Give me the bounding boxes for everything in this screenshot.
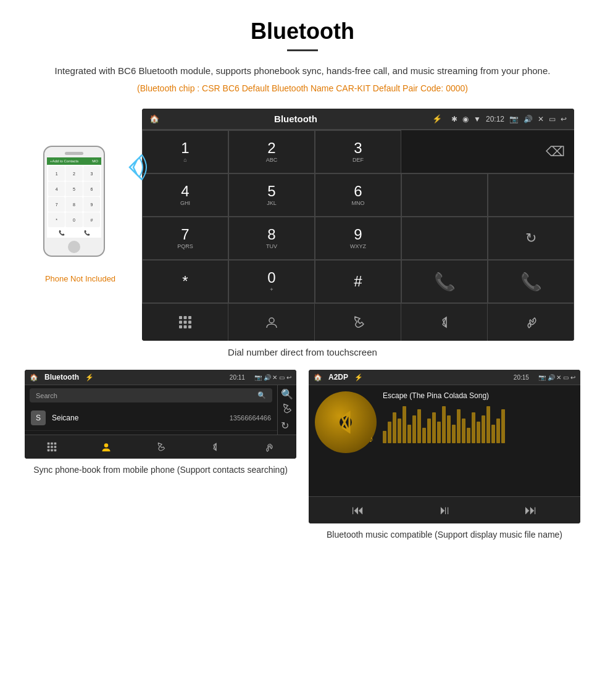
phone-screen: +Add to ContactsMO 1 2 3 4 5 6 7 8 9 <box>47 157 101 238</box>
specs-text: (Bluetooth chip : CSR BC6 Default Blueto… <box>25 83 580 93</box>
equalizer-bar <box>491 425 495 443</box>
volume-icon: 🔊 <box>524 115 533 123</box>
equalizer-bar <box>412 415 416 443</box>
refresh-button[interactable]: ↻ <box>488 217 574 260</box>
pb-side-phone[interactable] <box>281 403 293 417</box>
pb-nav-call[interactable] <box>133 438 188 456</box>
equalizer-bar <box>457 409 461 443</box>
refresh-icon: ↻ <box>525 230 536 246</box>
empty-cell-1 <box>401 173 488 217</box>
nav-contacts[interactable] <box>228 304 315 341</box>
equalizer-bar <box>477 422 480 443</box>
music-album-art: ♪ <box>315 391 377 453</box>
nav-link[interactable] <box>488 304 574 341</box>
dial-key-0[interactable]: 0+ <box>228 260 315 303</box>
description-text: Integrated with BC6 Bluetooth module, su… <box>25 64 580 78</box>
music-note-icon: ♪ <box>369 434 373 444</box>
svg-rect-10 <box>48 443 50 445</box>
svg-point-9 <box>269 318 274 323</box>
phone-key-star: * <box>48 212 65 227</box>
prev-button[interactable]: ⏮ <box>352 503 364 517</box>
svg-rect-6 <box>179 325 182 328</box>
play-pause-button[interactable]: ⏯ <box>438 503 451 517</box>
dial-key-8[interactable]: 8TUV <box>228 217 315 260</box>
dial-key-9[interactable]: 9WXYZ <box>315 217 401 260</box>
call-red-icon: 📞 <box>520 272 542 292</box>
dial-key-3[interactable]: 3DEF <box>315 130 401 173</box>
svg-rect-5 <box>188 321 191 324</box>
svg-rect-3 <box>179 321 182 324</box>
music-block: 🏠 A2DP ⚡ 20:15 📷 🔊 ✕ ▭ ↩ ♪ <box>309 370 580 541</box>
music-equalizer <box>383 406 574 443</box>
dial-key-6[interactable]: 6MNO <box>315 173 401 217</box>
pb-header: 🏠 Bluetooth ⚡ 20:11 📷 🔊 ✕ ▭ ↩ <box>25 370 296 385</box>
pb-nav-grid[interactable] <box>25 438 79 456</box>
equalizer-bar <box>452 425 456 443</box>
music-bt-icon <box>333 410 358 435</box>
main-demo-section: +Add to ContactsMO 1 2 3 4 5 6 7 8 9 <box>25 109 580 341</box>
phone-key-1: 1 <box>48 166 65 181</box>
svg-rect-11 <box>51 443 53 445</box>
pb-extra-icons: 📷 🔊 ✕ ▭ ↩ <box>254 374 291 381</box>
dial-key-star[interactable]: * <box>142 260 228 303</box>
pb-contact-row[interactable]: S Seicane 13566664466 <box>25 406 277 431</box>
phone-keypad: 1 2 3 4 5 6 7 8 9 * 0 # <box>47 165 101 228</box>
equalizer-bar <box>427 419 431 443</box>
backspace-button[interactable]: ⌫ <box>546 144 565 160</box>
music-usb-icon: ⚡ <box>354 373 363 381</box>
pb-side-search[interactable]: 🔍 <box>281 388 293 400</box>
empty-cell-3 <box>401 217 488 260</box>
svg-rect-8 <box>188 325 191 328</box>
svg-rect-0 <box>179 316 182 319</box>
svg-rect-13 <box>48 446 50 448</box>
nav-dialpad[interactable] <box>142 304 228 341</box>
equalizer-bar <box>398 419 401 443</box>
home-icon: 🏠 <box>149 114 159 123</box>
phone-key-4: 4 <box>48 181 65 196</box>
equalizer-bar <box>482 415 485 443</box>
page-title: Bluetooth <box>25 19 580 44</box>
equalizer-bar <box>462 419 465 443</box>
end-call-button[interactable]: 📞 <box>488 260 574 303</box>
equalizer-bar <box>393 412 396 443</box>
phone-not-included-label: Phone Not Included <box>45 274 115 283</box>
camera-icon: 📷 <box>509 115 519 123</box>
pb-side-icons: 🔍 ↻ <box>277 385 296 435</box>
call-button[interactable]: 📞 <box>401 260 488 303</box>
dial-key-4[interactable]: 4GHI <box>142 173 228 217</box>
equalizer-bar <box>447 415 451 443</box>
phone-key-hash: # <box>83 212 100 227</box>
nav-phone[interactable] <box>315 304 401 341</box>
next-button[interactable]: ⏭ <box>525 503 537 517</box>
bluetooth-waves-icon <box>111 146 148 189</box>
pb-nav-bt[interactable] <box>188 438 242 456</box>
dial-key-1[interactable]: 1⌂ <box>142 130 228 173</box>
dial-key-hash[interactable]: # <box>315 260 401 303</box>
pb-side-refresh[interactable]: ↻ <box>281 420 293 431</box>
equalizer-bar <box>422 428 426 443</box>
dial-key-2[interactable]: 2ABC <box>228 130 315 173</box>
nav-bluetooth[interactable] <box>401 304 488 341</box>
svg-rect-1 <box>183 316 186 319</box>
svg-rect-16 <box>48 449 50 452</box>
dial-key-7[interactable]: 7PQRS <box>142 217 228 260</box>
svg-rect-12 <box>54 443 57 445</box>
pb-nav-link[interactable] <box>242 438 296 456</box>
phone-key-8: 8 <box>65 197 82 212</box>
music-song-title: Escape (The Pina Colada Song) <box>383 391 574 400</box>
contact-name: Seicane <box>52 414 78 422</box>
bottom-screenshots: 🏠 Bluetooth ⚡ 20:11 📷 🔊 ✕ ▭ ↩ Search 🔍 <box>25 370 580 541</box>
pb-nav-person[interactable] <box>79 438 133 456</box>
contact-avatar: S <box>31 410 46 425</box>
pb-search-bar[interactable]: Search 🔍 <box>30 388 272 402</box>
phone-side: +Add to ContactsMO 1 2 3 4 5 6 7 8 9 <box>31 109 130 283</box>
equalizer-bar <box>501 409 505 443</box>
dial-key-5[interactable]: 5JKL <box>228 173 315 217</box>
pb-body: Search 🔍 S Seicane 13566664466 🔍 <box>25 385 296 435</box>
phonebook-block: 🏠 Bluetooth ⚡ 20:11 📷 🔊 ✕ ▭ ↩ Search 🔍 <box>25 370 296 541</box>
pb-home-icon: 🏠 <box>30 373 38 381</box>
pb-bottom-nav <box>25 435 296 459</box>
equalizer-bar <box>432 412 436 443</box>
music-right: Escape (The Pina Colada Song) <box>383 391 574 490</box>
music-caption: Bluetooth music compatible (Support disp… <box>309 528 580 541</box>
